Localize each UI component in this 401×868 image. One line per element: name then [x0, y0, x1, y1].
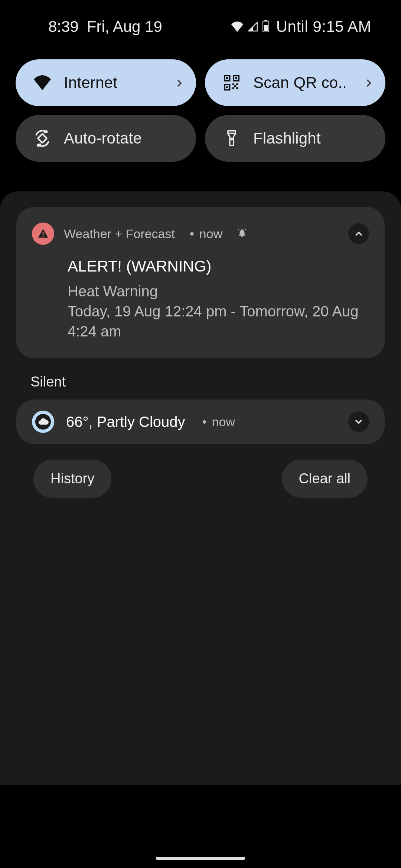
expand-notification-button[interactable] — [348, 411, 369, 432]
alerting-bell-icon — [237, 228, 247, 239]
autorotate-icon — [32, 130, 53, 147]
notification-actions: History Clear all — [33, 460, 368, 498]
qs-tile-auto-rotate[interactable]: Auto-rotate — [16, 115, 196, 162]
svg-rect-1 — [264, 20, 267, 22]
notification-header: Weather + Forecast now — [32, 223, 369, 245]
history-button[interactable]: History — [33, 460, 111, 498]
notification-weather[interactable]: 66°, Partly Cloudy now — [16, 400, 385, 444]
status-right: Until 9:15 AM — [231, 18, 371, 36]
svg-point-16 — [231, 138, 232, 139]
notification-weather-alert[interactable]: Weather + Forecast now ALERT! (WARNING) … — [16, 207, 385, 358]
notification-app-name: Weather + Forecast — [64, 227, 175, 241]
chevron-right-icon — [175, 74, 184, 92]
notification-body: Heat Warning Today, 19 Aug 12:24 pm - To… — [68, 281, 369, 341]
status-left: 8:39 Fri, Aug 19 — [48, 18, 162, 36]
qs-tile-label: Flashlight — [253, 129, 374, 147]
navigation-handle[interactable] — [156, 857, 245, 860]
notification-time: now — [197, 415, 235, 429]
svg-rect-6 — [235, 77, 237, 79]
qs-tile-internet[interactable]: Internet — [16, 59, 196, 106]
svg-rect-17 — [43, 232, 44, 235]
status-time: 8:39 — [48, 18, 79, 36]
quick-settings-grid: Internet Scan QR co.. Auto-rotate — [16, 59, 385, 162]
wifi-status-icon — [231, 18, 244, 36]
notification-shade: Weather + Forecast now ALERT! (WARNING) … — [0, 191, 401, 785]
notification-title: 66°, Partly Cloudy — [66, 414, 185, 430]
svg-rect-9 — [232, 83, 234, 85]
qs-tile-label: Internet — [64, 74, 172, 92]
status-date: Fri, Aug 19 — [87, 18, 162, 36]
notification-body-line: Today, 19 Aug 12:24 pm - Tomorrow, 20 Au… — [68, 301, 369, 341]
qs-tile-label: Scan QR co.. — [253, 74, 361, 92]
svg-rect-4 — [226, 77, 228, 79]
svg-rect-14 — [38, 134, 47, 143]
battery-until-label: Until 9:15 AM — [276, 18, 371, 36]
qs-tile-flashlight[interactable]: Flashlight — [205, 115, 385, 162]
battery-status-icon — [262, 18, 270, 36]
svg-rect-12 — [232, 87, 234, 89]
svg-rect-8 — [226, 86, 228, 88]
qs-tile-label: Auto-rotate — [64, 129, 184, 147]
notification-title: ALERT! (WARNING) — [68, 257, 369, 275]
silent-section-label: Silent — [30, 374, 371, 390]
weather-cloud-icon — [32, 411, 54, 433]
qr-icon — [221, 75, 242, 91]
status-bar: 8:39 Fri, Aug 19 Until 9:15 AM — [0, 0, 401, 36]
svg-rect-13 — [236, 87, 238, 89]
clear-all-button[interactable]: Clear all — [282, 460, 368, 498]
signal-status-icon — [247, 18, 258, 36]
notification-time: now — [185, 227, 222, 241]
qs-tile-scan-qr[interactable]: Scan QR co.. — [205, 59, 385, 106]
svg-rect-10 — [236, 83, 238, 85]
svg-rect-18 — [43, 236, 44, 237]
notification-body-line: Heat Warning — [68, 281, 369, 301]
collapse-notification-button[interactable] — [348, 223, 369, 244]
alert-triangle-icon — [32, 223, 54, 245]
wifi-icon — [32, 75, 53, 90]
svg-rect-11 — [234, 85, 236, 87]
chevron-right-icon — [364, 74, 374, 92]
flashlight-icon — [221, 130, 242, 147]
svg-rect-2 — [264, 25, 268, 31]
